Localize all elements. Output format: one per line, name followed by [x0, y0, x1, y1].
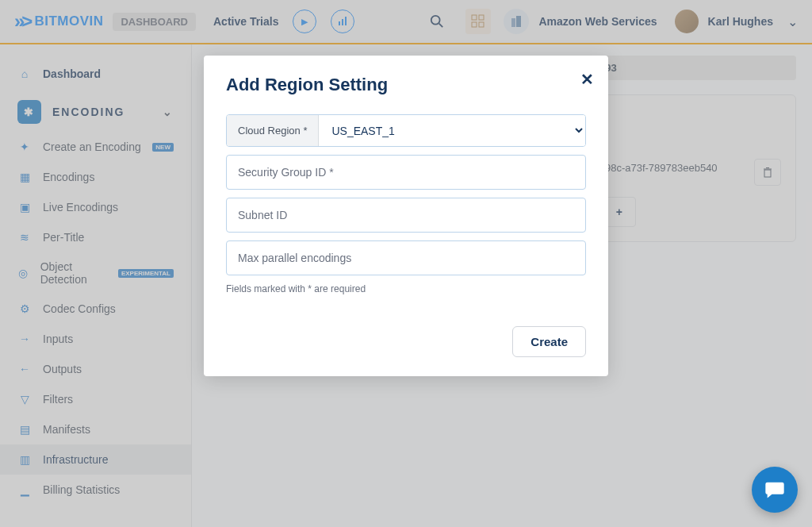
chat-fab[interactable]: [752, 467, 798, 513]
create-button[interactable]: Create: [512, 326, 586, 357]
max-parallel-encodings-input[interactable]: [227, 241, 585, 275]
modal-overlay[interactable]: ✕ Add Region Setting Cloud Region * US_E…: [0, 0, 812, 527]
required-note: Fields marked with * are required: [226, 283, 586, 294]
chat-icon: [764, 479, 786, 501]
add-region-modal: ✕ Add Region Setting Cloud Region * US_E…: [204, 56, 608, 376]
subnet-id-input[interactable]: [227, 198, 585, 232]
cloud-region-select[interactable]: US_EAST_1: [319, 115, 585, 146]
security-group-input[interactable]: [227, 156, 585, 189]
modal-title: Add Region Setting: [226, 75, 586, 95]
close-button[interactable]: ✕: [580, 70, 594, 89]
cloud-region-label: Cloud Region *: [227, 115, 319, 146]
cloud-region-field: Cloud Region * US_EAST_1: [226, 114, 586, 147]
